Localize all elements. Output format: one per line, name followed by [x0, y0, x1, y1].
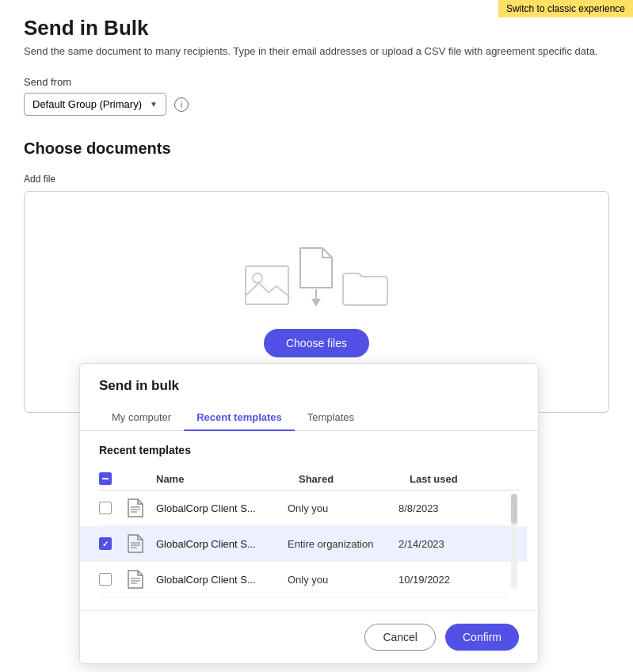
header-name: Name [156, 473, 299, 485]
svg-rect-0 [246, 266, 288, 304]
page-title: Send in Bulk [24, 16, 609, 40]
modal-body: Recent templates Name Shared Last used [80, 431, 538, 610]
row3-checkbox[interactable] [99, 573, 112, 586]
row1-doc-icon [128, 498, 156, 517]
table-rows: GlobalCorp Client S... Only you 8/8/2023 [99, 491, 508, 598]
tab-recent-templates[interactable]: Recent templates [184, 405, 295, 431]
send-from-row: Default Group (Primary) ▼ i [24, 93, 609, 116]
row1-date: 8/8/2023 [398, 502, 494, 514]
row1-checkbox-cell[interactable] [99, 502, 128, 514]
modal-dialog: Send in bulk My computer Recent template… [79, 363, 539, 664]
cancel-button[interactable]: Cancel [364, 624, 436, 651]
upload-icon-group [245, 246, 389, 307]
row1-checkbox[interactable] [99, 502, 112, 514]
row3-date: 10/19/2022 [398, 574, 494, 586]
page-subtitle: Send the same document to many recipient… [24, 45, 609, 57]
choose-files-button[interactable]: Choose files [264, 329, 369, 357]
table-row[interactable]: GlobalCorp Client S... Only you 8/8/2023 [99, 491, 508, 526]
modal-title: Send in bulk [99, 378, 519, 394]
row2-date: 2/14/2023 [398, 538, 494, 550]
chevron-down-icon: ▼ [150, 100, 158, 109]
row3-name: GlobalCorp Client S... [156, 574, 288, 586]
image-icon [245, 265, 291, 307]
select-all-checkbox[interactable] [99, 472, 112, 485]
doc-upload-icon [299, 246, 334, 307]
scrollbar-thumb[interactable] [511, 494, 517, 524]
tab-my-computer[interactable]: My computer [99, 405, 184, 431]
row3-doc-icon [128, 570, 156, 589]
row2-checkbox[interactable] [99, 537, 112, 550]
table-row[interactable]: GlobalCorp Client S... Entire organizati… [80, 526, 527, 562]
row2-shared: Entire organization [288, 538, 398, 550]
switch-banner[interactable]: Switch to classic experience [498, 0, 633, 17]
row1-name: GlobalCorp Client S... [156, 502, 288, 514]
row2-doc-icon [128, 534, 156, 553]
header-shared: Shared [299, 473, 410, 485]
info-icon[interactable]: i [174, 97, 189, 112]
svg-marker-3 [311, 299, 321, 307]
folder-icon [341, 265, 389, 307]
table-scroll-container: GlobalCorp Client S... Only you 8/8/2023 [99, 491, 519, 598]
row3-shared: Only you [288, 574, 398, 586]
table-row[interactable]: GlobalCorp Client S... Only you 10/19/20… [99, 562, 508, 598]
recent-templates-heading: Recent templates [99, 444, 519, 456]
confirm-button[interactable]: Confirm [445, 624, 519, 651]
svg-point-1 [253, 273, 262, 283]
row2-name: GlobalCorp Client S... [156, 538, 288, 550]
section-title: Choose documents [24, 139, 609, 158]
scrollbar-track[interactable] [511, 491, 519, 598]
send-from-select[interactable]: Default Group (Primary) ▼ [24, 93, 166, 116]
add-file-label: Add file [24, 174, 609, 185]
modal-tabs: My computer Recent templates Templates [80, 405, 538, 431]
tab-templates[interactable]: Templates [295, 405, 367, 431]
row1-shared: Only you [288, 502, 398, 514]
header-checkbox-cell[interactable] [99, 472, 128, 485]
row2-checkbox-cell[interactable] [99, 537, 128, 550]
header-last-used: Last used [410, 473, 505, 485]
row3-checkbox-cell[interactable] [99, 573, 128, 586]
modal-footer: Cancel Confirm [80, 610, 538, 663]
table-header: Name Shared Last used [99, 468, 519, 491]
modal-header: Send in bulk [80, 364, 538, 394]
select-value: Default Group (Primary) [32, 98, 142, 110]
send-from-label: Send from [24, 76, 609, 88]
